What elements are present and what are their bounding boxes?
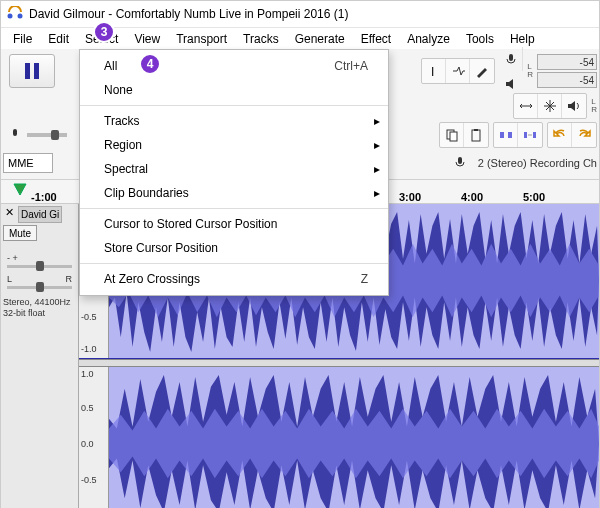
audio-host-select[interactable]: MME	[3, 153, 53, 173]
mute-button[interactable]: Mute	[3, 225, 37, 241]
menu-tracks[interactable]: Tracks	[235, 30, 287, 48]
waveform-channel-right[interactable]: 1.0 0.5 0.0 -0.5 -1.0	[79, 367, 599, 508]
svg-rect-7	[472, 130, 480, 141]
channel-separator	[79, 359, 599, 367]
menu-item-all[interactable]: AllCtrl+A	[80, 54, 388, 78]
undo-icon[interactable]	[548, 123, 572, 147]
menu-help[interactable]: Help	[502, 30, 543, 48]
trim-icon[interactable]	[494, 123, 518, 147]
menu-item-region[interactable]: Region▸	[80, 133, 388, 157]
menu-effect[interactable]: Effect	[353, 30, 399, 48]
menu-item-tracks[interactable]: Tracks▸	[80, 109, 388, 133]
menu-separator	[80, 208, 388, 209]
menu-item-store-cursor[interactable]: Store Cursor Position	[80, 236, 388, 260]
meter-label-r: R	[527, 71, 533, 79]
playhead-icon[interactable]	[13, 183, 27, 200]
playback-meter[interactable]: -54	[537, 72, 597, 88]
paste-icon[interactable]	[464, 123, 488, 147]
svg-rect-11	[524, 132, 527, 138]
menu-transport[interactable]: Transport	[168, 30, 235, 48]
redo-icon[interactable]	[572, 123, 596, 147]
mic-device-icon	[454, 156, 466, 171]
menu-item-none[interactable]: None	[80, 78, 388, 102]
svg-rect-12	[528, 134, 532, 136]
menu-separator	[80, 263, 388, 264]
ruler-tick: 4:00	[461, 191, 483, 203]
menu-tools[interactable]: Tools	[458, 30, 502, 48]
ruler-tick: -1:00	[31, 191, 57, 203]
svg-rect-6	[450, 132, 457, 141]
copy-icon[interactable]	[440, 123, 464, 147]
pan-slider[interactable]	[7, 286, 72, 289]
audacity-window: David Gilmour - Comfortably Numb Live in…	[0, 0, 600, 508]
volume-tool-icon[interactable]	[562, 94, 586, 118]
menu-separator	[80, 105, 388, 106]
recording-volume-slider[interactable]	[27, 133, 67, 137]
svg-rect-14	[458, 157, 462, 164]
menu-item-zero-crossings[interactable]: At Zero CrossingsZ	[80, 267, 388, 291]
timeshift-tool-icon[interactable]	[514, 94, 538, 118]
track-format: Stereo, 44100Hz 32-bit float	[3, 297, 76, 319]
menu-analyze[interactable]: Analyze	[399, 30, 458, 48]
menu-item-spectral[interactable]: Spectral▸	[80, 157, 388, 181]
envelope-tool-icon[interactable]	[446, 59, 470, 83]
svg-rect-4	[13, 129, 17, 136]
annotation-badge-3: 3	[93, 21, 115, 43]
menu-view[interactable]: View	[126, 30, 168, 48]
selection-tool-icon[interactable]: I	[422, 59, 446, 83]
svg-rect-9	[500, 132, 504, 138]
gain-slider[interactable]	[7, 265, 72, 268]
ruler-tick: 3:00	[399, 191, 421, 203]
draw-tool-icon[interactable]	[470, 59, 494, 83]
pause-button[interactable]	[9, 54, 55, 88]
svg-point-1	[18, 14, 23, 19]
chevron-right-icon: ▸	[374, 162, 380, 176]
menu-edit[interactable]: Edit	[40, 30, 77, 48]
select-menu-dropdown: AllCtrl+A None Tracks▸ Region▸ Spectral▸…	[79, 49, 389, 296]
svg-marker-15	[14, 184, 26, 195]
svg-text:I: I	[431, 65, 434, 78]
track-control-panel: ✕ David Gi Mute - + LR Stereo, 44100Hz 3…	[1, 204, 79, 508]
svg-rect-3	[509, 54, 513, 61]
close-track-button[interactable]: ✕	[3, 206, 16, 225]
svg-rect-8	[474, 129, 478, 131]
mic-small-icon	[9, 128, 21, 143]
menu-item-clip-boundaries[interactable]: Clip Boundaries▸	[80, 181, 388, 205]
speaker-icon[interactable]	[499, 72, 523, 96]
menu-item-cursor-to-stored[interactable]: Cursor to Stored Cursor Position	[80, 212, 388, 236]
tool-group-edit: I	[421, 58, 495, 84]
pause-icon	[25, 63, 39, 79]
recording-channels-select[interactable]: 2 (Stereo) Recording Ch	[478, 157, 597, 169]
multi-tool-icon[interactable]	[538, 94, 562, 118]
menu-file[interactable]: File	[5, 30, 40, 48]
track-name[interactable]: David Gi	[18, 206, 62, 223]
recording-meter[interactable]: -54	[537, 54, 597, 70]
app-logo-icon	[7, 6, 23, 22]
chevron-right-icon: ▸	[374, 138, 380, 152]
vertical-scale: 1.0 0.5 0.0 -0.5 -1.0	[79, 367, 109, 508]
svg-point-0	[8, 14, 13, 19]
window-title: David Gilmour - Comfortably Numb Live in…	[29, 7, 348, 21]
svg-rect-10	[508, 132, 512, 138]
silence-icon[interactable]	[518, 123, 542, 147]
mic-icon[interactable]	[499, 47, 523, 71]
chevron-right-icon: ▸	[374, 186, 380, 200]
menu-generate[interactable]: Generate	[287, 30, 353, 48]
svg-rect-13	[533, 132, 536, 138]
chevron-right-icon: ▸	[374, 114, 380, 128]
title-bar: David Gilmour - Comfortably Numb Live in…	[1, 1, 599, 27]
ruler-tick: 5:00	[523, 191, 545, 203]
annotation-badge-4: 4	[139, 53, 161, 75]
tool-group-zoom	[513, 93, 587, 119]
